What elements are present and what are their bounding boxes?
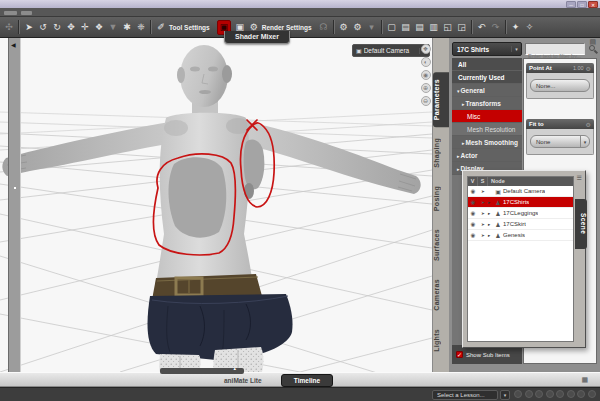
rotate-tool-icon[interactable]: ↺ (36, 20, 50, 34)
lesson-step-button[interactable] (535, 390, 543, 398)
parameter-group-item[interactable]: ▾General (452, 84, 522, 97)
pane-menu-icon[interactable]: ☰ (577, 174, 582, 181)
viewport-3d[interactable] (0, 38, 432, 372)
parameter-group-item[interactable]: Mesh Resolution (452, 123, 522, 136)
visibility-eye-icon[interactable]: ◉ (468, 232, 478, 238)
minimize-button[interactable]: ─ (566, 1, 576, 8)
undo-icon[interactable]: ↶ (475, 20, 489, 34)
selectability-pointer-icon[interactable]: ➤ (478, 189, 488, 194)
tab-animate-lite[interactable]: aniMate Lite (224, 377, 262, 384)
tab-scene[interactable]: Scene (575, 199, 587, 249)
stow-arrow-icon[interactable]: ◀ (11, 41, 16, 48)
render-settings-button[interactable]: Render Settings (261, 24, 317, 31)
select-lesson-dropdown[interactable]: Select a Lesson... (432, 390, 498, 400)
parameter-group-item[interactable]: ▸Mesh Smoothing (452, 136, 522, 149)
tab-parameters[interactable]: Parameters (433, 72, 450, 127)
lesson-step-button[interactable] (514, 390, 522, 398)
pointer-tool-icon[interactable]: ➤ (22, 20, 36, 34)
sync-gear-icon[interactable]: ⚙ (351, 20, 365, 34)
toolbar-item[interactable] (333, 20, 335, 34)
lesson-step-button[interactable] (588, 390, 596, 398)
export-icon[interactable]: ◲ (455, 20, 469, 34)
tab-timeline[interactable]: Timeline (281, 374, 333, 387)
tab-surfaces[interactable]: Surfaces (433, 222, 450, 268)
new-file-icon[interactable]: ▢ (385, 20, 399, 34)
tab-posing[interactable]: Posing (433, 179, 450, 218)
parameter-group-item[interactable]: Misc (452, 110, 522, 123)
visibility-eye-icon[interactable]: ◉ (468, 188, 478, 194)
close-button[interactable]: ✕ (588, 1, 598, 8)
translate-tool-icon[interactable]: ✥ (64, 20, 78, 34)
17CShirts[interactable]: ◉ ➤ ▸ ♟ 17CShirts (468, 197, 573, 208)
rotate-view-icon[interactable]: ◉ (421, 70, 431, 80)
orbit-view-icon[interactable]: ◐ (421, 57, 431, 67)
filter-field[interactable] (525, 43, 585, 55)
toolbar-item[interactable] (150, 20, 152, 34)
show-sub-items-checkbox[interactable]: ✓ (456, 351, 463, 358)
save-icon[interactable]: ▥ (427, 20, 441, 34)
chevron-down-icon[interactable]: ▾ (580, 136, 589, 147)
parameter-group-item[interactable]: Currently Used (452, 71, 522, 84)
toolbar-item[interactable] (381, 20, 383, 34)
preset-dropdown[interactable]: 17C Shirts ▾ (452, 42, 522, 56)
cube-view-icon[interactable]: ❖ (421, 44, 431, 54)
selectability-pointer-icon[interactable]: ➤ (478, 211, 488, 216)
gear-icon[interactable]: ⚙ (586, 121, 591, 128)
tool-settings-button[interactable]: Tool Settings (168, 24, 215, 31)
merge-file-icon[interactable]: ▤ (413, 20, 427, 34)
selectability-pointer-icon[interactable]: ➤ (478, 233, 488, 238)
parameter-group-item[interactable]: ▸Transforms (452, 97, 522, 110)
17CLeggings[interactable]: ◉ ➤ ▸ ♟ 17CLeggings (468, 208, 573, 219)
shader-mixer-tab[interactable]: Shader Mixer (224, 31, 290, 44)
left-pane-splitter[interactable]: ◀ (8, 38, 21, 372)
group-header[interactable]: Point At 1.00 ⚙ (526, 63, 594, 73)
menu-item-blurred[interactable] (21, 11, 32, 15)
node-selection-tool-icon[interactable]: ❖ (92, 20, 106, 34)
toolbar-item[interactable] (18, 20, 20, 34)
visibility-eye-icon[interactable]: ◉ (468, 210, 478, 216)
scale-tool-icon[interactable]: ✛ (78, 20, 92, 34)
audio-icon[interactable]: ☊ (317, 20, 331, 34)
connect-gear-icon[interactable]: ⚙ (337, 20, 351, 34)
pan-view-icon[interactable]: ⊕ (421, 83, 431, 93)
clipped-tool-icon[interactable]: ✣ (2, 20, 16, 34)
lesson-step-button[interactable] (577, 390, 585, 398)
Default Camera[interactable]: ◉ ➤ ▸ ▣ Default Camera (468, 186, 573, 197)
selectability-pointer-icon[interactable]: ➤ (478, 200, 488, 205)
visibility-eye-icon[interactable]: ◉ (468, 221, 478, 227)
pin-icon[interactable]: ✐ (154, 20, 168, 34)
lesson-step-button[interactable] (546, 390, 554, 398)
visibility-eye-icon[interactable]: ◉ (468, 199, 478, 205)
chevron-down-icon[interactable]: ▾ (500, 390, 510, 400)
zoom-view-icon[interactable]: ⊖ (421, 96, 431, 106)
selectability-pointer-icon[interactable]: ➤ (478, 222, 488, 227)
grid-icon[interactable]: ▦ (581, 376, 588, 384)
17CSkirt[interactable]: ◉ ➤ ▸ ♟ 17CSkirt (468, 219, 573, 230)
fit-to-dropdown[interactable]: None ▾ (530, 135, 590, 148)
toolbar-item[interactable] (471, 20, 473, 34)
redo-icon[interactable]: ↷ (489, 20, 503, 34)
lesson-step-button[interactable] (567, 390, 575, 398)
tab-shaping[interactable]: Shaping (433, 131, 450, 175)
aim-icon[interactable]: ✧ (523, 20, 537, 34)
group-header[interactable]: Fit to ⚙ (526, 119, 594, 129)
surface-brush-icon[interactable]: ✱ (120, 20, 134, 34)
Genesis[interactable]: ◉ ➤ ▸ ♟ Genesis (468, 230, 573, 241)
open-file-icon[interactable]: ▤ (399, 20, 413, 34)
parameter-group-item[interactable]: ▸Actor (452, 149, 522, 162)
bottom-pane-splitter[interactable]: ▴ (160, 368, 244, 374)
tab-lights[interactable]: Lights (433, 322, 450, 359)
chevron-down-icon[interactable]: ▾ (511, 46, 521, 52)
lesson-step-button[interactable] (556, 390, 564, 398)
import-icon[interactable]: ◱ (441, 20, 455, 34)
tab-cameras[interactable]: Cameras (433, 272, 450, 318)
spray-tool-icon[interactable]: ▼ (106, 20, 120, 34)
menu-item-blurred[interactable] (4, 11, 17, 15)
maximize-button[interactable]: □ (577, 1, 587, 8)
figure-brush-icon[interactable]: ❈ (134, 20, 148, 34)
frame-icon[interactable]: ✦ (509, 20, 523, 34)
toolbar-item[interactable] (505, 20, 507, 34)
gear-icon[interactable]: ⚙ (586, 65, 591, 72)
lesson-step-button[interactable] (525, 390, 533, 398)
parameter-group-item[interactable]: All (452, 58, 522, 71)
